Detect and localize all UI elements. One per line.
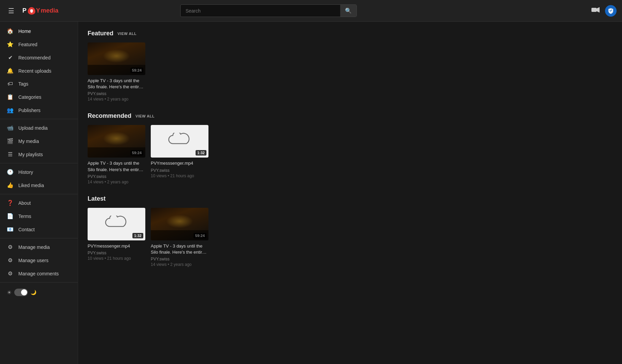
video-channel: PVY.swiss	[151, 168, 208, 173]
search-bar: 🔍	[180, 4, 357, 17]
sidebar-label-contact: Contact	[18, 227, 35, 232]
video-thumbnail: 1:32	[151, 125, 208, 158]
search-input[interactable]	[181, 5, 340, 16]
sidebar-label-recommended: Recommended	[18, 55, 51, 60]
video-meta: 10 views • 21 hours ago	[88, 256, 145, 261]
featured-view-all-button[interactable]: VIEW ALL	[117, 32, 136, 36]
logo-shield-icon	[28, 7, 35, 15]
sidebar-item-home[interactable]: 🏠 Home	[0, 24, 78, 38]
sidebar-label-tags: Tags	[18, 81, 29, 87]
sidebar-item-recommended[interactable]: ✔ Recommended	[0, 51, 78, 64]
sidebar-item-my-playlists[interactable]: ☰ My playlists	[0, 148, 78, 161]
video-meta: 14 views • 2 years ago	[151, 262, 208, 267]
sidebar-item-history[interactable]: 🕐 History	[0, 165, 78, 179]
latest-video-grid: 1:32 PVYmesssenger.mp4 PVY.swiss 10 view…	[88, 208, 612, 267]
my-media-icon: 🎬	[7, 138, 14, 144]
recommended-title: Recommended	[88, 112, 131, 120]
video-meta: 10 views • 21 hours ago	[151, 174, 208, 178]
video-channel: PVY.swiss	[88, 251, 145, 255]
sidebar-item-publishers[interactable]: 👥 Publishers	[0, 104, 78, 117]
logo-y-text: Y	[36, 7, 40, 14]
recommended-view-all-button[interactable]: VIEW ALL	[135, 114, 154, 118]
sidebar-divider-5	[0, 282, 78, 283]
video-duration: 59:24	[130, 150, 143, 156]
video-card[interactable]: 59:24 Apple TV - 3 days until the Silo f…	[151, 208, 208, 267]
main-content: Featured VIEW ALL 59:24 Apple TV - 3 day…	[78, 22, 622, 364]
sidebar-item-categories[interactable]: 📋 Categories	[0, 90, 78, 104]
video-card[interactable]: 59:24 Apple TV - 3 days until the Silo f…	[88, 125, 145, 184]
featured-section-header: Featured VIEW ALL	[88, 30, 612, 37]
sidebar-item-tags[interactable]: 🏷 Tags	[0, 77, 78, 90]
latest-section-header: Latest	[88, 195, 612, 202]
terms-icon: 📄	[7, 213, 14, 219]
sidebar-item-featured[interactable]: ⭐ Featured	[0, 38, 78, 51]
video-channel: PVY.swiss	[151, 257, 208, 261]
sidebar-divider-2	[0, 163, 78, 163]
video-card[interactable]: 59:24 Apple TV - 3 days until the Silo f…	[88, 42, 145, 102]
video-duration: 59:24	[194, 233, 206, 238]
topbar-right	[590, 5, 617, 17]
video-duration: 1:32	[132, 233, 143, 238]
sidebar-item-liked-media[interactable]: 👍 Liked media	[0, 179, 78, 192]
svg-marker-1	[597, 7, 600, 13]
sidebar-item-contact[interactable]: 📧 Contact	[0, 223, 78, 236]
sidebar-label-recent-uploads: Recent uploads	[18, 68, 51, 74]
moon-icon: 🌙	[31, 290, 36, 295]
video-channel: PVY.swiss	[88, 91, 145, 96]
sidebar-item-about[interactable]: ❓ About	[0, 196, 78, 210]
contact-icon: 📧	[7, 226, 14, 233]
video-duration: 59:24	[130, 68, 143, 73]
sidebar-label-publishers: Publishers	[18, 108, 40, 113]
sidebar-label-about: About	[18, 200, 31, 206]
sidebar-item-my-media[interactable]: 🎬 My media	[0, 134, 78, 148]
sidebar-item-upload-media[interactable]: 📹 Upload media	[0, 121, 78, 134]
latest-title: Latest	[88, 195, 106, 202]
sidebar-label-upload-media: Upload media	[18, 125, 48, 131]
recommended-section: Recommended VIEW ALL 59:24 Apple TV - 3 …	[88, 112, 612, 184]
sidebar-item-recent-uploads[interactable]: 🔔 Recent uploads	[0, 64, 78, 77]
publishers-icon: 👥	[7, 107, 14, 113]
video-meta: 14 views • 2 years ago	[88, 180, 145, 184]
sidebar-item-manage-comments[interactable]: ⚙ Manage comments	[0, 267, 78, 280]
sidebar-item-manage-media[interactable]: ⚙ Manage media	[0, 240, 78, 254]
sidebar-label-manage-users: Manage users	[18, 258, 49, 263]
video-thumbnail: 59:24	[88, 125, 145, 158]
logo-text: P	[22, 7, 26, 14]
search-button[interactable]: 🔍	[340, 5, 356, 17]
video-card[interactable]: 1:32 PVYmesssenger.mp4 PVY.swiss 10 view…	[88, 208, 145, 267]
latest-section: Latest 1:32 PVYmesssenger.mp4 PVY.swiss …	[88, 195, 612, 267]
tags-icon: 🏷	[7, 81, 14, 87]
video-title: Apple TV - 3 days until the Silo finale.…	[88, 160, 145, 172]
video-card[interactable]: 1:32 PVYmesssenger.mp4 PVY.swiss 10 view…	[151, 125, 208, 184]
sidebar-divider-4	[0, 238, 78, 238]
liked-media-icon: 👍	[7, 182, 14, 188]
logo[interactable]: P Y media	[22, 7, 58, 15]
sidebar-label-home: Home	[18, 29, 31, 34]
recommended-video-grid: 59:24 Apple TV - 3 days until the Silo f…	[88, 125, 612, 184]
sidebar: 🏠 Home ⭐ Featured ✔ Recommended 🔔 Recent…	[0, 22, 78, 364]
video-title: Apple TV - 3 days until the Silo finale.…	[88, 78, 145, 90]
sidebar-item-terms[interactable]: 📄 Terms	[0, 210, 78, 223]
about-icon: ❓	[7, 200, 14, 206]
user-avatar[interactable]	[605, 5, 617, 17]
manage-users-icon: ⚙	[7, 257, 14, 263]
video-title: PVYmesssenger.mp4	[151, 160, 208, 166]
recommended-icon: ✔	[7, 54, 14, 61]
sidebar-divider-3	[0, 194, 78, 194]
categories-icon: 📋	[7, 94, 14, 100]
sidebar-label-my-playlists: My playlists	[18, 152, 43, 157]
menu-icon[interactable]: ☰	[5, 4, 17, 18]
recommended-section-header: Recommended VIEW ALL	[88, 112, 612, 120]
logo-media-text: media	[41, 7, 58, 14]
featured-video-grid: 59:24 Apple TV - 3 days until the Silo f…	[88, 42, 612, 102]
cloud-svg-2	[105, 216, 128, 233]
theme-toggle[interactable]: ☀ 🌙	[0, 285, 78, 300]
video-thumbnail: 59:24	[88, 42, 145, 75]
upload-video-icon[interactable]	[590, 6, 601, 16]
dark-mode-toggle[interactable]	[14, 289, 28, 296]
video-duration: 1:32	[196, 150, 206, 156]
sidebar-item-manage-users[interactable]: ⚙ Manage users	[0, 254, 78, 267]
sidebar-label-my-media: My media	[18, 139, 39, 144]
video-channel: PVY.swiss	[88, 174, 145, 179]
video-thumbnail: 59:24	[151, 208, 208, 240]
